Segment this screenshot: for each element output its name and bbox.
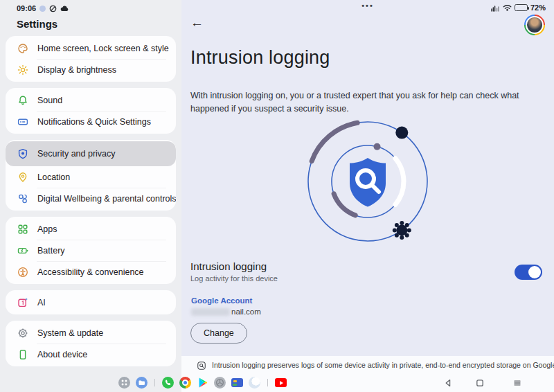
battery-icon <box>515 4 528 11</box>
app-notification-dot-icon <box>39 6 46 12</box>
intrusion-logging-toggle[interactable] <box>515 265 542 280</box>
sidebar-item-label: Notifications & Quick Settings <box>37 117 151 127</box>
brightness-icon <box>17 64 28 75</box>
sidebar-item-label: Accessibility & convenience <box>37 267 144 277</box>
sidebar-item-security-privacy[interactable]: Security and privacy <box>6 141 176 166</box>
cloud-icon <box>60 5 69 12</box>
gear-icon <box>17 327 28 339</box>
sidebar-item-label: About device <box>37 350 87 359</box>
toggle-label: Intrusion logging <box>190 260 278 272</box>
email-visible-part: nail.com <box>231 308 261 316</box>
footer-note-text: Intrusion logging preserves logs of some… <box>212 361 554 369</box>
orbit-arc-white-inner <box>395 159 404 205</box>
privacy-log-icon <box>197 361 206 371</box>
sidebar-item-location[interactable]: Location <box>6 166 176 188</box>
orbit-dot-navy <box>395 127 408 139</box>
taskbar <box>0 373 554 392</box>
redacted-email-blur <box>191 308 230 316</box>
footer-note: Intrusion logging preserves logs of some… <box>181 356 554 371</box>
camera-aperture-icon[interactable] <box>214 377 226 389</box>
window-drag-handle[interactable]: ••• <box>361 1 374 10</box>
avatar-photo <box>526 16 544 34</box>
location-pin-icon <box>17 171 28 183</box>
sidebar-item-label: AI <box>37 298 46 308</box>
sidebar-item-display-brightness[interactable]: Display & brightness <box>6 59 176 80</box>
nav-back-button[interactable] <box>443 378 453 388</box>
sidebar-item-system-update[interactable]: System & update <box>6 322 176 344</box>
intrusion-logging-panel: ••• 72% ← Intrusion logging With intrusi… <box>181 0 554 392</box>
dock <box>118 377 287 389</box>
cellular-signal-icon <box>491 4 500 12</box>
account-email: nail.com <box>191 308 261 316</box>
orbit-arc-purple-outer <box>312 123 357 161</box>
account-avatar[interactable] <box>524 15 545 35</box>
wellbeing-icon <box>17 193 28 204</box>
sidebar-item-label: Home screen, Lock screen & style <box>37 44 169 53</box>
sidebar-group-personalization: Home screen, Lock screen & style Display… <box>6 36 176 82</box>
battery-icon <box>17 244 28 256</box>
youtube-icon[interactable] <box>275 378 287 387</box>
status-bar-right: 72% <box>491 3 546 12</box>
sidebar-item-ai[interactable]: AI <box>6 292 176 313</box>
back-button[interactable]: ← <box>190 16 204 29</box>
page-title-settings: Settings <box>17 18 57 30</box>
sidebar-item-label: Apps <box>37 224 57 234</box>
sidebar-item-label: System & update <box>37 328 103 338</box>
sidebar-item-accessibility[interactable]: Accessibility & convenience <box>6 261 176 283</box>
sidebar-item-notifications[interactable]: Notifications & Quick Settings <box>6 111 176 132</box>
sidebar-item-label: Digital Wellbeing & parental controls <box>37 194 176 204</box>
dock-divider <box>267 379 268 386</box>
settings-sidebar: 09:06 Settings Home screen, Lock screen … <box>0 0 181 392</box>
orbit-dot-purple <box>374 143 381 150</box>
orbit-gear-icon <box>393 221 411 240</box>
status-bar-left: 09:06 <box>17 4 69 12</box>
accessibility-icon <box>17 266 28 278</box>
nav-recents-button[interactable] <box>512 378 522 388</box>
sidebar-item-label: Sound <box>37 96 62 105</box>
google-account-link[interactable]: Google Account <box>191 296 252 305</box>
sidebar-item-home-screen[interactable]: Home screen, Lock screen & style <box>6 37 176 59</box>
sidebar-group-sound-notifications: Sound Notifications & Quick Settings <box>6 88 176 134</box>
do-not-disturb-icon <box>49 5 57 12</box>
chrome-icon[interactable] <box>179 377 191 389</box>
sidebar-group-security: Security and privacy Location Digital We… <box>6 140 176 211</box>
sidebar-item-about-device[interactable]: About device <box>6 344 176 365</box>
toggle-sublabel: Log activity for this device <box>190 274 278 283</box>
sidebar-item-label: Security and privacy <box>37 149 116 159</box>
toggle-row: Intrusion logging Log activity for this … <box>190 260 278 283</box>
orbit-arc-purple-inner <box>334 194 355 215</box>
palette-icon <box>17 42 28 54</box>
nav-home-button[interactable] <box>475 378 485 388</box>
phone-app-icon[interactable] <box>162 377 174 389</box>
sidebar-item-apps[interactable]: Apps <box>6 218 176 240</box>
dock-divider <box>154 379 155 386</box>
sidebar-item-digital-wellbeing[interactable]: Digital Wellbeing & parental controls <box>6 188 176 209</box>
ai-icon <box>17 296 28 308</box>
battery-percent: 72% <box>530 3 546 12</box>
assistant-app-icon[interactable] <box>249 377 260 389</box>
sidebar-item-sound[interactable]: Sound <box>6 89 176 111</box>
sidebar-item-label: Display & brightness <box>37 65 116 75</box>
page-title: Intrusion logging <box>190 47 330 69</box>
files-app-icon[interactable] <box>136 377 148 389</box>
bell-icon <box>17 94 28 106</box>
change-account-button[interactable]: Change <box>190 323 247 344</box>
sidebar-item-label: Battery <box>37 246 65 256</box>
feature-description: With intrusion logging on, you or a trus… <box>190 89 542 116</box>
clock: 09:06 <box>17 4 36 12</box>
settings-app-window: 09:06 Settings Home screen, Lock screen … <box>0 0 554 392</box>
security-shield-icon <box>17 148 28 160</box>
sidebar-item-label: Location <box>37 172 70 182</box>
notifications-icon <box>17 116 28 127</box>
sidebar-group-system: System & update About device <box>6 321 176 366</box>
intrusion-logging-illustration <box>295 116 440 249</box>
apps-grid-icon <box>17 223 28 235</box>
app-drawer-icon[interactable] <box>118 377 130 389</box>
sidebar-group-ai: AI <box>6 290 176 314</box>
sidebar-groups: Home screen, Lock screen & style Display… <box>6 36 176 366</box>
sidebar-item-battery[interactable]: Battery <box>6 240 176 261</box>
sidebar-group-apps: Apps Battery Accessibility & convenience <box>6 217 176 284</box>
shield-search-icon <box>350 158 386 207</box>
gallery-app-icon[interactable] <box>231 378 243 387</box>
play-store-icon[interactable] <box>197 377 208 389</box>
